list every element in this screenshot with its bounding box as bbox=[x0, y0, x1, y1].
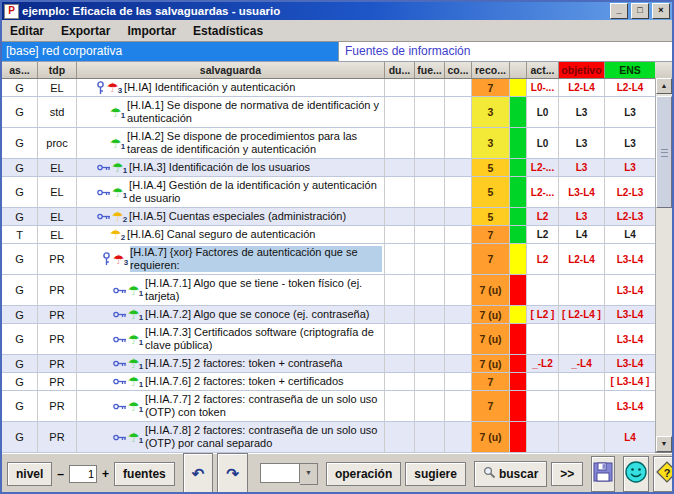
operacion-button[interactable]: operación bbox=[326, 462, 401, 486]
cell-actual[interactable]: L0 bbox=[527, 128, 559, 158]
cell-actual[interactable]: L2-... bbox=[527, 177, 559, 207]
cell-ens[interactable]: L3-L4 bbox=[605, 324, 655, 354]
cell-actual[interactable] bbox=[527, 391, 559, 421]
cell-objetivo[interactable]: L3 bbox=[559, 159, 605, 176]
cell-ens[interactable]: L2-L3 bbox=[605, 208, 655, 225]
cell-salvaguarda[interactable]: ☂3 [H.IA.7] {xor} Factores de autenticac… bbox=[77, 244, 385, 274]
more-button[interactable]: >> bbox=[551, 462, 583, 486]
header-fue[interactable]: fue... bbox=[415, 62, 445, 78]
cell-salvaguarda[interactable]: ☂1 [H.IA.7.7] 2 factores: contraseña de … bbox=[77, 391, 385, 421]
selector-combobox[interactable]: ▼ bbox=[260, 463, 318, 485]
cell-salvaguarda[interactable]: ☂1 [H.IA.7.5] 2 factores: token + contra… bbox=[77, 355, 385, 372]
level-decrement[interactable]: – bbox=[56, 467, 65, 481]
header-objetivo[interactable]: objetivo bbox=[559, 62, 605, 78]
cell-actual[interactable] bbox=[527, 275, 559, 305]
cell-ens[interactable]: L3 bbox=[605, 97, 655, 127]
cell-actual[interactable]: _-L2 bbox=[527, 355, 559, 372]
header-tdp[interactable]: tdp bbox=[38, 62, 77, 78]
table-row[interactable]: G PR ☂1 [H.IA.7.1] Algo que se ti bbox=[2, 275, 655, 306]
nivel-button[interactable]: nivel bbox=[7, 462, 52, 486]
table-row[interactable]: T EL ☂2 [H.IA.6] Canal seguro de bbox=[2, 226, 655, 244]
selected-scope-field[interactable]: [base] red corporativa bbox=[2, 42, 339, 61]
cell-objetivo[interactable]: L3 bbox=[559, 208, 605, 225]
header-co[interactable]: co... bbox=[445, 62, 472, 78]
cell-ens[interactable]: L3-L4 bbox=[605, 355, 655, 372]
header-act[interactable]: act... bbox=[527, 62, 559, 78]
vertical-scrollbar[interactable]: ▲ ▼ bbox=[655, 78, 672, 452]
combobox-value[interactable] bbox=[260, 463, 300, 483]
cell-salvaguarda[interactable]: ☂3 [H.IA] Identificación y autenticación bbox=[77, 79, 385, 96]
cell-salvaguarda[interactable]: ☂2 [H.IA.6] Canal seguro de autenticació… bbox=[77, 226, 385, 243]
cell-salvaguarda[interactable]: ☂2 [H.IA.5] Cuentas especiales (administ… bbox=[77, 208, 385, 225]
cell-salvaguarda[interactable]: ☂1 [H.IA.7.8] 2 factores: contraseña de … bbox=[77, 422, 385, 452]
cell-objetivo[interactable]: L3-L4 bbox=[559, 177, 605, 207]
table-row[interactable]: G PR ☂1 [H.IA.7.8] 2 factores: co bbox=[2, 422, 655, 453]
cell-ens[interactable]: L3-L4 bbox=[605, 244, 655, 274]
information-sources-field[interactable]: Fuentes de información bbox=[339, 42, 672, 61]
cell-actual[interactable]: L0 bbox=[527, 97, 559, 127]
menu-importar[interactable]: Importar bbox=[127, 24, 176, 38]
scroll-down-button[interactable]: ▼ bbox=[656, 436, 672, 452]
title-bar[interactable]: P ejemplo: Eficacia de las salvaguardas … bbox=[2, 2, 672, 20]
happy-face-button[interactable] bbox=[623, 456, 649, 492]
menu-exportar[interactable]: Exportar bbox=[61, 24, 110, 38]
cell-ens[interactable]: L3-L4 bbox=[605, 275, 655, 305]
close-button[interactable]: × bbox=[652, 3, 670, 19]
cell-salvaguarda[interactable]: ☂1 [H.IA.7.2] Algo que se conoce (ej. co… bbox=[77, 306, 385, 323]
cell-actual[interactable] bbox=[527, 422, 559, 452]
cell-salvaguarda[interactable]: ☂1 [H.IA.4] Gestión de la identificación… bbox=[77, 177, 385, 207]
buscar-button[interactable]: buscar bbox=[474, 461, 547, 487]
cell-salvaguarda[interactable]: ☂1 [H.IA.7.1] Algo que se tiene - token … bbox=[77, 275, 385, 305]
table-row[interactable]: G EL ☂1 [H.IA.4] Gestión de la id bbox=[2, 177, 655, 208]
maximize-button[interactable]: □ bbox=[631, 3, 649, 19]
cell-salvaguarda[interactable]: ☂1 [H.IA.2] Se dispone de procedimientos… bbox=[77, 128, 385, 158]
table-row[interactable]: G PR ☂1 [H.IA.7.7] 2 factores: co bbox=[2, 391, 655, 422]
cell-salvaguarda[interactable]: ☂1 [H.IA.1] Se dispone de normativa de i… bbox=[77, 97, 385, 127]
cell-objetivo[interactable]: L3 bbox=[559, 97, 605, 127]
cell-actual[interactable] bbox=[527, 324, 559, 354]
header-ens[interactable]: ENS bbox=[605, 62, 655, 78]
cell-actual[interactable] bbox=[527, 373, 559, 390]
cell-ens[interactable]: L3 bbox=[605, 128, 655, 158]
cell-ens[interactable]: L3-L4 bbox=[605, 391, 655, 421]
sugiere-button[interactable]: sugiere bbox=[405, 462, 466, 486]
table-row[interactable]: G PR ☂1 [H.IA.7.6] 2 factores: to bbox=[2, 373, 655, 391]
header-salvaguarda[interactable]: salvaguarda bbox=[77, 62, 385, 78]
table-row[interactable]: G EL ☂2 [H.IA.5] Cuentas especial bbox=[2, 208, 655, 226]
header-reco[interactable]: reco... bbox=[472, 62, 510, 78]
fuentes-button[interactable]: fuentes bbox=[114, 462, 175, 486]
cell-objetivo[interactable]: _-L4 bbox=[559, 355, 605, 372]
header-as[interactable]: as... bbox=[2, 62, 38, 78]
cell-ens[interactable]: L2-L4 bbox=[605, 79, 655, 96]
cell-actual[interactable]: [ L2 ] bbox=[527, 306, 559, 323]
cell-objetivo[interactable] bbox=[559, 373, 605, 390]
cell-salvaguarda[interactable]: ☂1 [H.IA.3] Identificación de los usuari… bbox=[77, 159, 385, 176]
cell-actual[interactable]: L2 bbox=[527, 208, 559, 225]
cell-actual[interactable]: L0-... bbox=[527, 79, 559, 96]
level-input[interactable] bbox=[69, 465, 97, 483]
header-status[interactable] bbox=[510, 62, 527, 78]
chevron-down-icon[interactable]: ▼ bbox=[300, 463, 318, 485]
cell-objetivo[interactable]: L2-L4 bbox=[559, 244, 605, 274]
cell-ens[interactable]: L4 bbox=[605, 226, 655, 243]
level-increment[interactable]: + bbox=[101, 467, 110, 481]
cell-ens[interactable]: L4 bbox=[605, 422, 655, 452]
table-row[interactable]: G PR ☂1 [H.IA.7.2] Algo que se co bbox=[2, 306, 655, 324]
menu-editar[interactable]: Editar bbox=[10, 24, 44, 38]
table-row[interactable]: G EL ☂3 [H.IA] Identificación y a bbox=[2, 79, 655, 97]
cell-objetivo[interactable]: L4 bbox=[559, 226, 605, 243]
cell-objetivo[interactable] bbox=[559, 422, 605, 452]
cell-objetivo[interactable]: L2-L4 bbox=[559, 79, 605, 96]
header-du[interactable]: du... bbox=[385, 62, 415, 78]
undo-button[interactable]: ↶ bbox=[183, 453, 214, 494]
cell-actual[interactable]: L2 bbox=[527, 226, 559, 243]
cell-ens[interactable]: L2-L3 bbox=[605, 177, 655, 207]
cell-salvaguarda[interactable]: ☂1 [H.IA.7.3] Certificados software (cri… bbox=[77, 324, 385, 354]
redo-button[interactable]: ↷ bbox=[217, 453, 248, 494]
cell-ens[interactable]: L3 bbox=[605, 159, 655, 176]
table-row[interactable]: G PR ☂1 [H.IA.7.5] 2 factores: to bbox=[2, 355, 655, 373]
cell-objetivo[interactable] bbox=[559, 275, 605, 305]
cell-objetivo[interactable]: L3 bbox=[559, 128, 605, 158]
table-row[interactable]: G proc ☂1 [H.IA.2] Se dispone de bbox=[2, 128, 655, 159]
cell-salvaguarda[interactable]: ☂1 [H.IA.7.6] 2 factores: token + certif… bbox=[77, 373, 385, 390]
